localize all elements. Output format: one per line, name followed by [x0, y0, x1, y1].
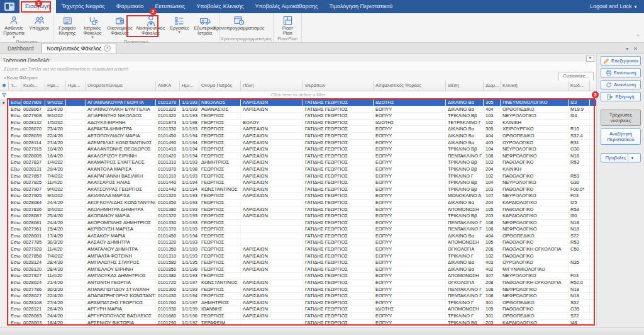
- column-header-11[interactable]: Ασφαλιστικός Φορέας: [374, 81, 446, 91]
- column-header-1[interactable]: Τ...: [9, 81, 21, 91]
- table-row[interactable]: Εσω00278587/4/202ΑΜΠΑΛΤΑ ΦΩΤΕΙΝΗ01013101…: [0, 253, 596, 260]
- close-document-icon[interactable]: ✕: [633, 46, 638, 52]
- table-row[interactable]: Εσω00281321/5/202ΑΔΟΥΚΑ ΕΙΡΗΝΗ01018731/1…: [0, 120, 596, 127]
- ribbon-button-wallet[interactable]: Οικονομικός Φάκελος: [105, 14, 135, 39]
- cell: ΓΕΩΡΓΙΟΣ: [199, 179, 241, 186]
- table-row[interactable]: Εσω002803922/4/20ΑΕΤΟΠΟΥΛΙΔΟΥ ΜΑΡΙΑ01014…: [0, 133, 596, 140]
- logout-button[interactable]: Logout and Lock ▼: [584, 0, 644, 13]
- tab-dashboard[interactable]: Dashboard: [3, 44, 39, 53]
- table-row[interactable]: Εσω002808124/4/20ΑΚΟΡΟΜΠΙΛΗΣ ΔΗΜΗΤΡΙΟΣ01…: [0, 220, 596, 227]
- column-header-7[interactable]: Ημ/...: [180, 81, 199, 91]
- tab-list-dropdown-icon[interactable]: ▾: [626, 46, 628, 52]
- table-row[interactable]: Εσω00278577/4/202ΑΚΑΡΑΓΙΑΝΝΗ ΒΑΣΙΛΙΚΗ010…: [0, 173, 596, 180]
- menu-tab-7[interactable]: Τιμολόγηση Περιστατικού: [323, 0, 398, 13]
- ribbon-button-schedule[interactable]: Χρονοπρογραμματισμός: [221, 14, 257, 36]
- ribbon-button-tasks[interactable]: Εργασίες▼: [167, 14, 192, 39]
- column-header-13[interactable]: Δωμ...: [484, 81, 501, 91]
- view-dropdown-icon[interactable]: ▼: [586, 55, 594, 62]
- table-row[interactable]: Εσω002802722/4/20ΑΠΑΠΑΤΡΗΓΟΡΗΣ ΚΩΝΣΤΑΝΤΙ…: [0, 293, 596, 300]
- cell: [66, 246, 86, 253]
- cell: Ν18: [569, 287, 590, 293]
- panel-button-label: Προβολές: [606, 155, 626, 161]
- table-row[interactable]: Εσω002802421/4/20ΑΝΤΩΝΤΗ ΓΕΩΡΓΙΑ01017201…: [0, 280, 596, 287]
- menu-tab-5[interactable]: Υποβολές Κλινικής: [191, 0, 249, 13]
- cell: ΓΕΩΡΓΙΟΣ: [199, 153, 241, 159]
- ribbon-collapse-icon[interactable]: ⌃: [636, 34, 640, 40]
- table-row[interactable]: Εσω00279079/4/202ΑΚΑΤΣΟΥΡΑΣ ΓΕΩΡΓΙΟΣ0101…: [0, 186, 596, 193]
- column-header-9[interactable]: Πόλη: [241, 81, 303, 91]
- table-row[interactable]: Εσω00278363/4/202ΑΚΟΛΗΜΗΤΡΑ ΔΗΜΗΤΡΑ01013…: [0, 207, 596, 213]
- table-row[interactable]: Εσω002810827/4/20ΑΡΑΜΠΑΤΖΗΣ ΓΕΩΡΓΙΟΣ0101…: [0, 300, 596, 307]
- table-row[interactable]: Εσω00279089/4/202ΑΓΙΑΡΕΝΤΗΣ ΝΙΚΟΛΑΟΣ0101…: [0, 113, 596, 120]
- menu-tab-2[interactable]: Τεχνητός Νεφρός: [56, 0, 111, 13]
- row-indicator-header[interactable]: [0, 81, 9, 91]
- column-header-4[interactable]: Ημε...: [66, 81, 86, 91]
- column-header-8[interactable]: Όνομα Πατρός: [199, 81, 241, 91]
- table-row[interactable]: ▸Εσω00279099/4/202ΑΓΙΑΝΝΑΚΟΥΡΑ ΓΕΩΡΓΙΑ01…: [0, 99, 596, 106]
- table-row[interactable]: Εσω002808424/4/20ΑΚΟΓΚΟΥΛΙΔΗΣ ΚΩΝΣΤΑΝΤΙΝ…: [0, 200, 596, 207]
- table-row[interactable]: Εξω002813129/4/20ΑΚΑΝΤΟΛΑ ΜΑΡΙΣΑ01018701…: [0, 166, 596, 173]
- table-row[interactable]: Εσω002808324/4/20ΑΡΓΥΡΟΠΟΥΛΟΣ ΒΑΣΙΛΕΙΟΣ0…: [0, 313, 596, 320]
- group-by-panel[interactable]: Σύρετε μια Στήλη για να ομαδοποιήσετε σύ…: [0, 62, 596, 71]
- table-row[interactable]: Εσω002812428/4/20ΑΜΠΑΛΩΤΗΣ ΣΤΑΥΡΟΣ010158…: [0, 259, 596, 266]
- ribbon-group-2: Γραφείο ΚίνησηςΙατρικός Φάκελος▼Οικονομι…: [53, 13, 219, 42]
- table-row[interactable]: Εσω002796115/4/20ΑΚΡΙΒΟΥΣΗ ΜΑΡΙΣΑ0101370…: [0, 226, 596, 233]
- panel-button-label: Τρέχουσες νοσηλείες: [602, 112, 639, 123]
- cell: 7/4/202: [45, 173, 66, 179]
- menu-tab-3[interactable]: Φαρμακείο: [111, 0, 149, 13]
- table-row[interactable]: Εσω002800318/4/20ΑΡΣΕΝΙΟΥ ΒΙΚΤΩΡΙΑ010129…: [0, 320, 596, 327]
- table-row[interactable]: Εσω002800117/4/20ΑΛΣΑΚΟΥ ΜΑΡΙΑ01014501/1…: [0, 233, 596, 240]
- row-indicator-cell: [0, 313, 9, 319]
- panel-button-6[interactable]: Αναζήτηση Περιστατικού: [601, 128, 641, 145]
- ribbon-button-nurse[interactable]: Νοσηλευτικός Φάκελος: [135, 14, 167, 39]
- cell: 23/4/20: [45, 126, 66, 132]
- grid-filter-row[interactable]: Click here to define a filter: [0, 91, 596, 99]
- ribbon-button-stethoscope[interactable]: Ιατρικός Φάκελος▼: [80, 14, 105, 39]
- tab-nursing-record[interactable]: Νοσηλευτικός Φάκελος ✕: [42, 43, 117, 53]
- column-header-14[interactable]: Κλινική: [501, 81, 569, 91]
- panel-button-4[interactable]: Εξαγωγή: [601, 92, 641, 101]
- table-row[interactable]: Εσω002792711/4/20ΑΜΠΛΟΥΚΑΣ ΔΗΜΗΤΡΙΟΣ0101…: [0, 273, 596, 280]
- table-row[interactable]: Εσω00279059/4/202ΑΚΙΑΦΑΛΑ ΜΑΡΙΣΑ01013201…: [0, 193, 596, 200]
- column-header-15[interactable]: Κωδ...: [569, 81, 590, 91]
- table-row[interactable]: Εσω002812028/4/20ΑΜΠΕΛΛΟΥ ΕΙΡΗΝΗ01018501…: [0, 266, 596, 273]
- table-row[interactable]: Εσω002812128/4/20ΑΡΓΥΡΗ ΜΑΡΙΑ01019301/1/…: [0, 306, 596, 313]
- cell: 0101320: [156, 113, 180, 119]
- table-row[interactable]: Εσω002800518/4/20ΑΚΑΛΩΡΙΖΟΥ ΕΙΡΗΝΗ010142…: [0, 153, 596, 160]
- table-row[interactable]: Εσω002778630/3/20ΑΠΑΝΑΓΙΩΤΙΔΟΥ ΣΤΥΛΙΑΝΗ0…: [0, 287, 596, 293]
- column-header-6[interactable]: ΑΜΚΑ: [156, 81, 180, 91]
- menu-tab-6[interactable]: Υποβολές Αιμοκάθαρσης: [249, 0, 323, 13]
- column-header-10[interactable]: Θεράπων: [303, 81, 374, 91]
- cell: ΝΕΥΡΟΛΟΓΙΚΟ: [501, 113, 569, 119]
- ribbon-button-people[interactable]: Υπόχρεοι: [26, 14, 52, 39]
- cell: Εσω: [9, 280, 21, 286]
- panel-button-5[interactable]: Τρέχουσες νοσηλείες: [601, 110, 641, 126]
- table-row[interactable]: Εσω002778530/3/20ΑΛΣΑΟΥ ΔΗΜΗΤΡΑ01013201/…: [0, 239, 596, 246]
- column-header-12[interactable]: Θέση: [446, 81, 484, 91]
- row-indicator-cell: [0, 280, 9, 286]
- panel-button-1[interactable]: Επεξεργασία: [601, 56, 641, 65]
- column-header-5[interactable]: Ονοματεπώνυμο: [86, 81, 156, 91]
- cell: ΓΑΤΙΔΗΣ ΓΕΩΡΓΙΟΣ: [303, 266, 374, 273]
- table-row[interactable]: Εσω002807023/4/20ΑΔΡΑΚΤΑ ΔΗΜΗΤΡΑ01013301…: [0, 126, 596, 133]
- ribbon-button-floorplan[interactable]: Floor Plan: [275, 14, 300, 36]
- panel-button-7[interactable]: Προβολές▼: [601, 153, 641, 162]
- table-row[interactable]: Εσω00278371/4/202ΑΚΑΜΑΤΡΟΣ ΕΥΑΓΓΕΛΟΣ0101…: [0, 159, 596, 166]
- table-row[interactable]: Εσω002792811/4/20ΑΜΑΓΑΛΙΟΥ ΔΗΜΗΤΡΑ010135…: [0, 246, 596, 253]
- table-row[interactable]: Εσω002806723/4/20ΑΓΙΑΝΝΟΥΛΑΚΗ ΕΥΑΓΓΕΛΙΑ0…: [0, 106, 596, 113]
- panel-button-3[interactable]: Ανανέωση: [601, 80, 641, 89]
- table-row[interactable]: Εσω002808725/4/20ΑΚΟΠΑΝΟΥ ΜΑΡΙΑ01013201/…: [0, 213, 596, 220]
- panel-button-2[interactable]: Εκτύπωση: [601, 68, 641, 77]
- cell: ΓΑΤΙΔΗΣ ΓΕΩΡΓΙΟΣ: [303, 213, 374, 219]
- cell: 1/4/202: [45, 159, 66, 166]
- table-row[interactable]: Εσω002811427/4/20ΑΖΕΜΠΙΛΑΣ ΚΩΝΣΤΑΝΤΙΝΟΣ0…: [0, 140, 596, 147]
- customize-button[interactable]: Customize...: [558, 72, 594, 81]
- cell: ΛΑΡΙΣΑΙΩΝ: [241, 99, 303, 106]
- close-tab-icon[interactable]: ✕: [104, 45, 111, 52]
- column-header-2[interactable]: Κωδι...: [21, 81, 45, 91]
- ribbon-button-front-desk[interactable]: Γραφείο Κίνησης: [55, 14, 80, 39]
- ribbon-button-person[interactable]: Ασθενείς Πρόσωπα▼: [1, 14, 26, 39]
- table-row[interactable]: Εσω002792511/4/20ΑΚΑΤΣΑΡΟΣ ΗΛΙΑΣ01014401…: [0, 179, 596, 186]
- table-row[interactable]: Εσω002791510/4/20ΑΚΑΛΑΝΤΩΝΗΣ ΘΕΟΔΩΡΟΣ010…: [0, 146, 596, 153]
- column-header-3[interactable]: Ημε...: [45, 81, 66, 91]
